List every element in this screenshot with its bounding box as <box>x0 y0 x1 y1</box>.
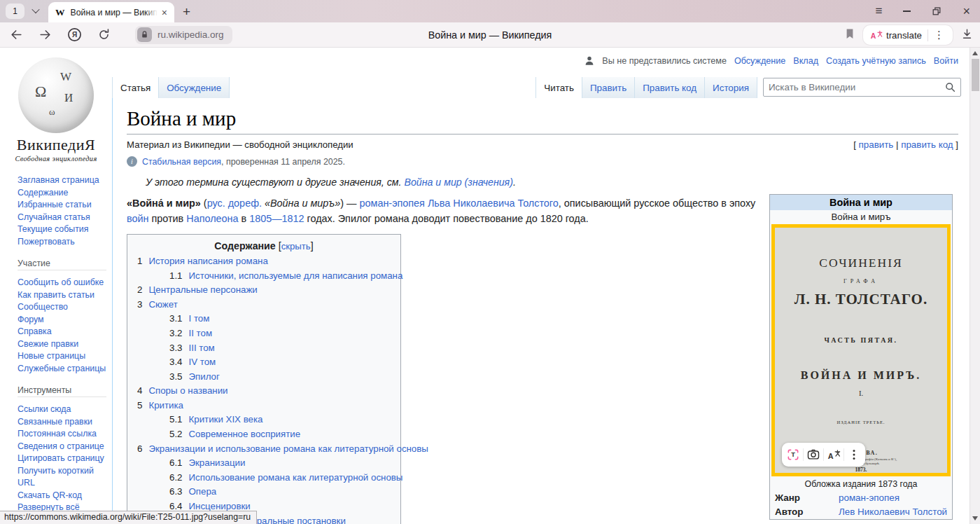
stable-version-link[interactable]: Стабильная версия <box>142 157 221 167</box>
scrollbar-thumb[interactable] <box>972 59 979 91</box>
sidebar-link[interactable]: Содержание <box>18 187 108 200</box>
lead-text: против <box>148 213 186 224</box>
close-window-icon[interactable]: × <box>962 5 970 18</box>
tab-counter-button[interactable]: 1 <box>6 4 24 19</box>
lock-icon[interactable] <box>137 27 152 42</box>
sidebar-link[interactable]: Текущие события <box>18 223 108 236</box>
toc-hide-link[interactable]: скрыть <box>281 241 311 251</box>
lead-link[interactable]: роман-эпопея <box>360 198 425 209</box>
sidebar-link[interactable]: Случайная статья <box>18 212 108 224</box>
lead-link[interactable]: рус. дореф. <box>207 198 262 209</box>
lead-link[interactable]: Льва Николаевича Толстого <box>428 198 559 209</box>
text-recognition-icon[interactable]: T <box>783 444 803 465</box>
personal-link[interactable]: Вклад <box>793 56 818 66</box>
edit-link[interactable]: править <box>859 139 894 150</box>
image-more-icon[interactable] <box>844 444 864 465</box>
sidebar-link[interactable]: Избранные статьи <box>18 199 108 212</box>
sidebar-link[interactable]: Как править статьи <box>18 289 108 302</box>
sidebar-link[interactable]: Скачать QR-код <box>18 490 108 502</box>
toc-link[interactable]: Экранизации <box>189 458 246 468</box>
download-icon[interactable] <box>961 28 973 43</box>
refresh-icon[interactable] <box>97 28 111 41</box>
back-icon[interactable] <box>10 28 23 41</box>
view-tab[interactable]: Править код <box>634 77 704 98</box>
toc-link[interactable]: I том <box>189 314 210 324</box>
sidebar-link[interactable]: Справка <box>18 326 108 338</box>
sidebar-link[interactable]: Цитировать страницу <box>18 453 108 465</box>
sidebar-link[interactable]: Ссылки сюда <box>18 404 108 416</box>
sidebar-link[interactable]: Сведения о странице <box>18 441 108 453</box>
sidebar-link[interactable]: Свежие правки <box>18 338 108 351</box>
search-input[interactable] <box>769 82 945 92</box>
toc-link[interactable]: III том <box>189 343 215 353</box>
toc-link[interactable]: Современное восприятие <box>189 429 301 439</box>
sidebar-link[interactable]: Сообщество <box>18 301 108 314</box>
toc-link[interactable]: II том <box>189 329 213 338</box>
scrollbar[interactable] <box>969 48 980 524</box>
toc-link[interactable]: Источники, используемые для написания ро… <box>189 271 403 281</box>
article-tab[interactable]: Статья <box>112 77 158 98</box>
view-tab[interactable]: Читать <box>536 77 582 98</box>
restore-icon[interactable] <box>932 6 941 16</box>
wikipedia-wordmark: ВикипедиЯ <box>17 136 95 154</box>
address-bar-page-title: Война и мир — Википедия <box>210 29 770 41</box>
forward-icon[interactable] <box>38 28 52 41</box>
toc-link[interactable]: Опера <box>189 487 217 497</box>
sidebar-link[interactable]: Служебные страницы <box>18 363 108 375</box>
disambiguation-link[interactable]: Война и мир (значения) <box>404 177 512 188</box>
lead-link[interactable]: 1805—1812 <box>249 213 304 224</box>
sidebar-link[interactable]: Новые страницы <box>18 350 108 363</box>
toc-link[interactable]: Центральные персонажи <box>148 285 257 295</box>
scroll-up-icon[interactable] <box>972 51 978 55</box>
view-tab[interactable]: Править <box>582 77 634 98</box>
toc-item: 2Центральные персонажи <box>137 285 391 295</box>
toc-link[interactable]: Экранизации и использование романа как л… <box>148 444 428 454</box>
toc-link[interactable]: История написания романа <box>148 256 267 266</box>
minimize-icon[interactable] <box>903 11 911 12</box>
yandex-icon[interactable]: Я <box>67 27 82 42</box>
translate-button[interactable]: A translate ⋮ <box>863 25 953 45</box>
tab-list-chevron-icon[interactable] <box>31 6 39 13</box>
new-tab-button[interactable]: + <box>183 5 190 18</box>
sidebar-link[interactable]: Связанные правки <box>18 416 108 429</box>
sidebar-link[interactable]: Пожертвовать <box>18 236 108 249</box>
infobox-value-link[interactable]: роман-эпопея <box>839 492 899 503</box>
lead-link[interactable]: войн <box>127 213 148 224</box>
book-cover-image[interactable]: СОЧИНЕНІЯГРАФАЛ. Н. ТОЛСТАГО.ЧАСТЬ ПЯТАЯ… <box>771 224 951 476</box>
toc-link[interactable]: Эпилог <box>189 372 220 382</box>
search-icon[interactable] <box>945 82 955 92</box>
tab-close-icon[interactable]: × <box>160 6 169 19</box>
translate-icon: A <box>870 29 883 41</box>
translate-more-icon[interactable]: ⋮ <box>928 29 950 41</box>
toc-link[interactable]: Использование романа как литературной ос… <box>189 473 403 483</box>
toc-link[interactable]: IV том <box>189 357 216 367</box>
sidebar-link[interactable]: Сообщить об ошибке <box>18 277 108 289</box>
sidebar-link[interactable]: Форум <box>18 314 108 326</box>
toc-link[interactable]: Критика <box>148 401 183 411</box>
personal-link[interactable]: Войти <box>934 56 958 66</box>
toc-link[interactable]: Сюжет <box>148 300 177 310</box>
sidebar-link[interactable]: Постоянная ссылка <box>18 428 108 441</box>
wikipedia-logo[interactable]: ΩWИω ВикипедиЯ Свободная энциклопедия <box>0 50 112 168</box>
view-tab[interactable]: История <box>704 77 757 98</box>
browser-menu-icon[interactable]: ≡ <box>876 4 883 18</box>
scroll-down-icon[interactable] <box>972 516 978 520</box>
personal-link[interactable]: Обсуждение <box>734 56 785 66</box>
edit-source-link[interactable]: править код <box>901 139 953 150</box>
personal-bar: Вы не представились системе ОбсуждениеВк… <box>584 55 958 66</box>
toc-link[interactable]: Споры о названии <box>148 386 227 396</box>
personal-link[interactable]: Создать учётную запись <box>826 56 926 66</box>
sidebar-link[interactable]: Получить короткий URL <box>18 465 108 490</box>
image-translate-icon[interactable]: A <box>824 444 844 465</box>
lead-link[interactable]: Наполеона <box>186 213 238 224</box>
infobox-value-link[interactable]: Лев Николаевич Толстой <box>839 506 947 517</box>
visual-search-icon[interactable] <box>804 444 823 465</box>
browser-tab[interactable]: W Война и мир — Википедия × <box>48 2 174 22</box>
sidebar-link[interactable]: Заглавная страница <box>18 174 108 187</box>
wiki-search-box[interactable] <box>763 78 961 97</box>
toc-link[interactable]: Критики XIX века <box>189 415 263 425</box>
article-tab[interactable]: Обсуждение <box>158 77 230 98</box>
toc-number: 3.4 <box>169 357 183 367</box>
toc-link[interactable]: Инсценировки <box>189 502 251 511</box>
bookmark-icon[interactable] <box>845 28 855 43</box>
